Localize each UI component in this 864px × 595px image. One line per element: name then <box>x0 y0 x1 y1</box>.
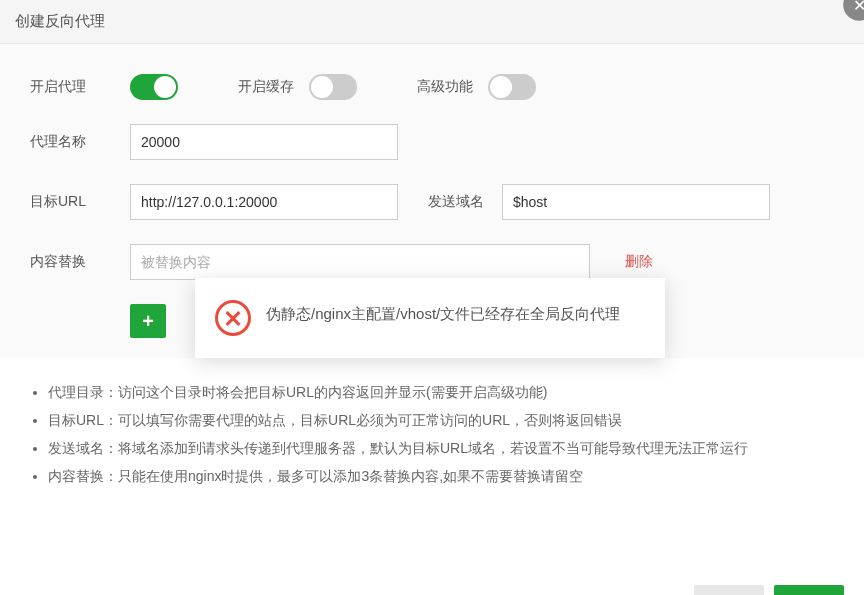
error-message: 伪静态/nginx主配置/vhost/文件已经存在全局反向代理 <box>266 300 620 336</box>
error-popup: 伪静态/nginx主配置/vhost/文件已经存在全局反向代理 <box>195 278 665 358</box>
content-replace-input[interactable] <box>130 244 590 280</box>
target-url-input[interactable] <box>130 184 398 220</box>
send-domain-input[interactable] <box>502 184 770 220</box>
toggle-knob <box>311 76 333 98</box>
send-domain-label: 发送域名 <box>428 193 484 211</box>
enable-proxy-label: 开启代理 <box>30 78 130 96</box>
dialog-title: 创建反向代理 <box>0 0 864 44</box>
toggle-knob <box>154 76 176 98</box>
close-icon: ✕ <box>853 0 864 14</box>
plus-icon: + <box>142 310 154 333</box>
help-item: 发送域名：将域名添加到请求头传递到代理服务器，默认为目标URL域名，若设置不当可… <box>48 434 834 462</box>
delete-link[interactable]: 删除 <box>625 253 653 271</box>
footer-buttons <box>694 585 844 595</box>
proxy-name-input[interactable] <box>130 124 398 160</box>
toggle-knob <box>490 76 512 98</box>
enable-proxy-toggle[interactable] <box>130 74 178 100</box>
content-replace-label: 内容替换 <box>30 253 130 271</box>
help-item: 内容替换：只能在使用nginx时提供，最多可以添加3条替换内容,如果不需要替换请… <box>48 462 834 490</box>
help-area: 代理目录：访问这个目录时将会把目标URL的内容返回并显示(需要开启高级功能) 目… <box>0 358 864 510</box>
submit-button[interactable] <box>774 585 844 595</box>
enable-cache-label: 开启缓存 <box>238 78 294 96</box>
target-url-label: 目标URL <box>30 193 130 211</box>
advanced-toggle[interactable] <box>488 74 536 100</box>
add-button[interactable]: + <box>130 304 166 338</box>
help-item: 目标URL：可以填写你需要代理的站点，目标URL必须为可正常访问的URL，否则将… <box>48 406 834 434</box>
help-item: 代理目录：访问这个目录时将会把目标URL的内容返回并显示(需要开启高级功能) <box>48 378 834 406</box>
cancel-button[interactable] <box>694 585 764 595</box>
advanced-label: 高级功能 <box>417 78 473 96</box>
error-icon <box>215 300 251 336</box>
enable-cache-toggle[interactable] <box>309 74 357 100</box>
proxy-name-label: 代理名称 <box>30 133 130 151</box>
